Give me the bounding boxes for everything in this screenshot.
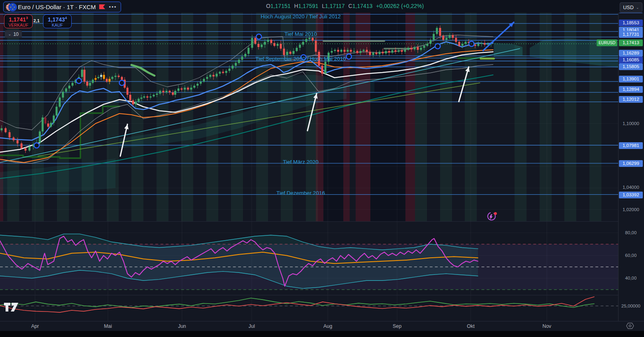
more-options-icon[interactable]: ••• bbox=[109, 4, 117, 10]
candle bbox=[115, 76, 117, 77]
candle bbox=[162, 91, 164, 92]
price-tick-label: 1,04000 bbox=[619, 184, 643, 191]
price-tick-label: 1,10000 bbox=[619, 120, 643, 127]
price-tick-label: 1,02000 bbox=[619, 206, 643, 213]
month-label[interactable]: Jul bbox=[249, 323, 255, 329]
candle bbox=[13, 137, 15, 140]
candle bbox=[379, 52, 381, 54]
chart-annotation[interactable]: Tief März 2020 bbox=[283, 159, 319, 165]
buy-button[interactable]: 1,17434 KAUF bbox=[43, 14, 72, 28]
candle bbox=[89, 83, 91, 86]
candle bbox=[209, 75, 211, 77]
chevron-down-icon: ⌄ bbox=[636, 6, 639, 10]
chart-annotation[interactable]: Tief Mai 2010 bbox=[284, 31, 317, 37]
candle bbox=[141, 98, 143, 99]
month-label[interactable]: Apr bbox=[31, 323, 39, 329]
candle bbox=[427, 44, 429, 46]
sr-price-label: 1,13901 bbox=[619, 76, 643, 82]
candle bbox=[446, 38, 448, 40]
sr-price-label: 1,17731 bbox=[619, 31, 643, 38]
ohlc-key: O bbox=[266, 3, 270, 9]
candle bbox=[72, 83, 74, 86]
spread-value: 2,1 bbox=[33, 18, 39, 23]
candle bbox=[286, 52, 288, 55]
candle bbox=[150, 96, 152, 98]
sr-price-label: 1,15805 bbox=[619, 63, 643, 70]
sell-label: VERKAUF bbox=[4, 23, 32, 27]
candle bbox=[203, 79, 205, 82]
month-label[interactable]: Jun bbox=[178, 323, 186, 329]
chart-annotation[interactable]: Tief September 2020 / Hoch Mai 2010 bbox=[255, 56, 346, 62]
candle bbox=[404, 50, 406, 52]
candle bbox=[283, 49, 285, 55]
month-label[interactable]: Sep bbox=[393, 323, 401, 329]
chart-annotation[interactable]: Tief Dezember 2016 bbox=[276, 190, 325, 196]
candle bbox=[17, 140, 19, 143]
candle bbox=[194, 86, 196, 88]
candle bbox=[414, 47, 416, 49]
flash-idea-icon[interactable] bbox=[486, 212, 498, 223]
candle bbox=[65, 88, 67, 92]
candle bbox=[241, 57, 243, 60]
symbol-price-tag: EURUSD bbox=[597, 39, 617, 46]
candle bbox=[147, 96, 149, 98]
candle bbox=[238, 60, 240, 63]
candle bbox=[172, 92, 174, 95]
candle bbox=[47, 123, 49, 127]
currency-dropdown[interactable]: USD⌄ bbox=[620, 2, 642, 12]
candle bbox=[417, 47, 419, 50]
candle bbox=[350, 50, 352, 52]
red-flag-icon[interactable] bbox=[99, 4, 105, 10]
axis-settings-icon[interactable] bbox=[626, 322, 634, 329]
candle bbox=[121, 77, 123, 80]
signal-marker bbox=[76, 78, 82, 84]
candle bbox=[106, 79, 108, 82]
month-label[interactable]: Mai bbox=[104, 323, 112, 329]
candle bbox=[29, 147, 31, 151]
candle bbox=[187, 88, 189, 90]
candle bbox=[5, 128, 7, 132]
candle bbox=[267, 40, 269, 42]
month-label[interactable]: Nov bbox=[542, 323, 551, 329]
candle bbox=[452, 35, 454, 38]
ohlc-value: 1,17413 bbox=[352, 3, 373, 9]
candle bbox=[103, 75, 105, 79]
candle bbox=[385, 51, 387, 53]
month-label[interactable]: Okt bbox=[467, 323, 474, 329]
bottom-toolbar bbox=[0, 331, 644, 337]
candle bbox=[169, 91, 171, 92]
tradingview-logo[interactable] bbox=[3, 301, 20, 313]
sell-button[interactable]: 1,17413 VERKAUF bbox=[4, 14, 33, 28]
candle bbox=[98, 77, 100, 78]
trading-chart-app: Hoch August 2020 / Tief Juli 2012Tief Ma… bbox=[0, 0, 644, 337]
time-axis[interactable]: AprMaiJunJulAugSepOktNov bbox=[0, 321, 644, 331]
month-label[interactable]: Aug bbox=[323, 323, 332, 329]
indicator-scale-label: 80,00 bbox=[619, 229, 643, 236]
sr-price-label: 1,07981 bbox=[619, 142, 643, 149]
candle bbox=[56, 107, 58, 116]
candle bbox=[321, 66, 323, 74]
candle bbox=[478, 44, 480, 46]
sr-price-label: 1,16085 bbox=[619, 57, 643, 63]
current-price-label: 1,17413 bbox=[619, 39, 643, 46]
symbol-widget[interactable]: Euro / US-Dollar · 1T · FXCM ••• bbox=[3, 2, 121, 12]
candle bbox=[391, 50, 393, 53]
candle bbox=[143, 96, 145, 98]
candle bbox=[62, 92, 64, 98]
candle bbox=[112, 77, 114, 79]
candle bbox=[206, 77, 208, 79]
chart-annotation[interactable]: Hoch August 2020 / Tief Juli 2012 bbox=[260, 14, 341, 20]
candle bbox=[299, 45, 301, 48]
chart-canvas[interactable]: Hoch August 2020 / Tief Juli 2012Tief Ma… bbox=[0, 0, 644, 337]
candle bbox=[132, 100, 134, 104]
signal-marker bbox=[119, 80, 125, 86]
collapsed-legend-toggle[interactable]: ⌄ 10 bbox=[5, 30, 22, 38]
candle bbox=[59, 98, 61, 107]
candle bbox=[153, 95, 155, 96]
change-value: +0,00262 (+0,22%) bbox=[376, 3, 424, 9]
candle bbox=[449, 35, 451, 38]
sr-price-label: 1,16289 bbox=[619, 50, 643, 57]
candle bbox=[395, 50, 397, 52]
candle bbox=[156, 94, 158, 95]
candle bbox=[344, 50, 346, 52]
